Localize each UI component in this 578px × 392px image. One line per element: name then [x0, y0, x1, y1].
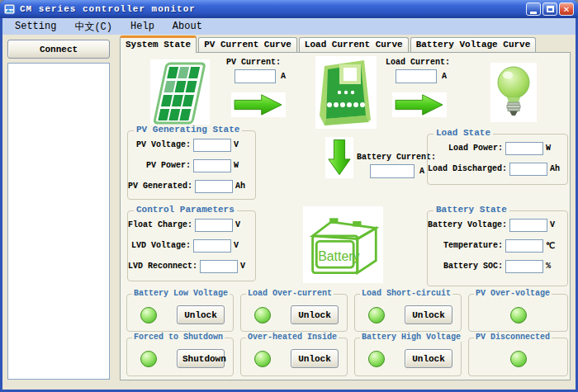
close-button[interactable]: ✕	[559, 2, 574, 16]
unlock-button[interactable]: Unlock	[291, 305, 339, 324]
float-charge-label: Float Charge:	[128, 220, 192, 229]
solar-panel-icon	[150, 59, 210, 127]
battery-voltage-input[interactable]	[509, 219, 547, 232]
arrow-right-icon	[231, 92, 286, 117]
pv-power-input[interactable]	[193, 159, 231, 172]
menu-setting[interactable]: Setting	[6, 19, 65, 34]
alarm-title: Battery High Voltage	[360, 333, 462, 342]
maximize-button[interactable]	[542, 2, 557, 16]
status-led-icon	[368, 307, 385, 324]
load-discharged-label: Load Discharged:	[428, 164, 507, 173]
load-discharged-input[interactable]	[509, 163, 547, 176]
tab-load-current-curve[interactable]: Load Current Curve	[299, 37, 409, 52]
tab-strip: System State PV Current Curve Load Curre…	[120, 36, 538, 52]
menu-bar: Setting 中文(C) Help About	[2, 18, 576, 35]
battery-voltage-label: Battery Voltage:	[428, 220, 507, 229]
float-charge-unit: V	[235, 220, 252, 229]
app-window: CM series controller monitor ✕ Setting 中…	[0, 0, 578, 392]
pv-power-unit: W	[234, 161, 252, 170]
app-icon	[4, 3, 17, 16]
alarm-load-short-circuit: Load Short-circuit Unlock	[354, 294, 462, 332]
connect-button[interactable]: Connect	[7, 40, 110, 59]
battery-soc-unit: %	[546, 262, 564, 271]
status-led-icon	[140, 307, 157, 324]
light-bulb-icon	[490, 63, 537, 122]
load-power-label: Load Power:	[448, 144, 503, 153]
menu-about[interactable]: About	[163, 19, 211, 34]
battery-current-input[interactable]	[370, 164, 415, 178]
alarm-over-heated-inside: Over-heated Inside Unlock	[240, 338, 348, 376]
menu-help[interactable]: Help	[121, 19, 163, 34]
alarm-pv-disconnected: PV Disconnected	[468, 338, 568, 376]
alarm-battery-low-voltage: Battery Low Voltage Unlock	[126, 294, 234, 332]
controller-icon	[315, 56, 377, 129]
device-listbox[interactable]	[7, 63, 110, 380]
pv-generated-unit: Ah	[235, 182, 252, 191]
battery-icon: Battery	[303, 206, 383, 283]
pv-generated-input[interactable]	[195, 180, 233, 193]
alarm-title: Load Over-current	[246, 289, 334, 298]
minimize-button[interactable]	[526, 2, 541, 16]
status-led-icon	[140, 351, 157, 367]
alarm-title: Load Short-circuit	[360, 289, 452, 298]
alarm-title: PV Disconnected	[474, 333, 552, 342]
lvd-voltage-input[interactable]	[193, 239, 231, 253]
alarm-load-over-current: Load Over-current Unlock	[240, 294, 348, 332]
temperature-input[interactable]	[505, 239, 543, 253]
pv-current-unit: A	[281, 72, 286, 81]
battery-image-text: Battery	[318, 248, 359, 262]
load-current-input[interactable]	[396, 69, 437, 83]
load-discharged-unit: Ah	[550, 164, 564, 173]
arrow-right-icon	[392, 92, 447, 117]
shutdown-button[interactable]: Shutdown	[177, 349, 225, 368]
pv-voltage-label: PV Voltage:	[136, 140, 191, 149]
arrow-down-icon	[325, 137, 353, 178]
battery-current-unit: A	[419, 167, 424, 176]
title-bar[interactable]: CM series controller monitor ✕	[0, 0, 578, 18]
system-state-page: PV Current: A	[120, 52, 571, 380]
status-led-icon	[368, 351, 385, 367]
unlock-button[interactable]: Unlock	[291, 349, 339, 368]
load-current-label: Load Current:	[386, 58, 450, 67]
alarm-pv-over-voltage: PV Over-voltage	[468, 294, 568, 332]
lvd-reconnect-input[interactable]	[200, 260, 238, 273]
tab-system-state[interactable]: System State	[120, 35, 197, 53]
tab-battery-voltage-curve[interactable]: Battery Voltage Curve	[410, 37, 537, 52]
load-current-unit: A	[442, 72, 447, 81]
status-led-icon	[510, 351, 527, 367]
status-led-icon	[254, 351, 271, 367]
alarm-battery-high-voltage: Battery High Voltage Unlock	[354, 338, 462, 376]
battery-state-group: Battery State Battery Voltage: V Tempera…	[427, 210, 568, 286]
pv-power-label: PV Power:	[146, 161, 191, 170]
unlock-button[interactable]: Unlock	[405, 305, 452, 324]
pv-current-input[interactable]	[235, 69, 276, 83]
group-title: Battery State	[434, 205, 509, 215]
load-power-input[interactable]	[505, 142, 543, 155]
pv-generated-label: PV Generated:	[128, 182, 192, 191]
status-led-icon	[510, 307, 527, 324]
alarm-title: Battery Low Voltage	[132, 289, 230, 298]
load-power-unit: W	[546, 144, 564, 153]
alarm-title: Over-heated Inside	[246, 333, 339, 342]
window-title: CM series controller monitor	[20, 4, 524, 14]
pv-voltage-input[interactable]	[193, 139, 231, 152]
unlock-button[interactable]: Unlock	[177, 305, 225, 324]
tab-pv-current-curve[interactable]: PV Current Curve	[198, 37, 297, 52]
alarm-forced-to-shutdown: Forced to Shutdown Shutdown	[126, 338, 234, 376]
group-title: PV Generating State	[134, 125, 242, 135]
lvd-reconnect-label: LVD Reconnect:	[128, 262, 197, 271]
group-title: Load State	[434, 128, 493, 138]
battery-soc-label: Battery SOC:	[443, 262, 503, 271]
pv-generating-group: PV Generating State PV Voltage: V PV Pow…	[127, 130, 256, 200]
alarm-title: PV Over-voltage	[474, 289, 552, 298]
load-state-group: Load State Load Power: W Load Discharged…	[427, 134, 568, 185]
temperature-unit: ℃	[546, 241, 564, 251]
float-charge-input[interactable]	[195, 219, 233, 232]
battery-soc-input[interactable]	[505, 260, 543, 273]
battery-voltage-unit: V	[550, 220, 564, 229]
client-area: Connect System State PV Current Curve Lo…	[2, 35, 576, 390]
battery-current-label: Battery Current:	[357, 153, 436, 162]
menu-language[interactable]: 中文(C)	[65, 18, 121, 35]
unlock-button[interactable]: Unlock	[405, 349, 452, 368]
control-parameters-group: Control Parameters Float Charge: V LVD V…	[127, 210, 256, 281]
